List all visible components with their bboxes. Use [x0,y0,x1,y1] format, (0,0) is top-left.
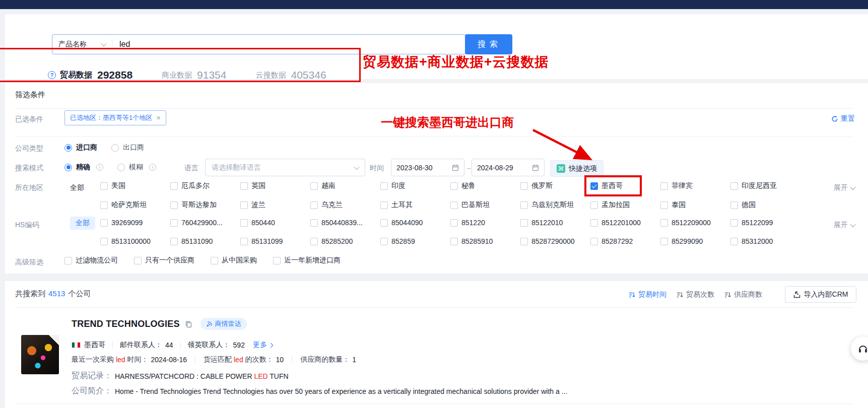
advanced-checkbox-item[interactable]: 从中国采购 [211,256,257,265]
region-checkbox-item[interactable]: 印度 [380,181,450,190]
region-checkbox-item[interactable]: 泰国 [660,200,730,210]
company-name[interactable]: TREND TECHNOLOGIES [72,319,180,329]
checkbox[interactable] [310,182,318,190]
import-crm-button[interactable]: 导入内部CRM [785,286,856,303]
hscode-checkbox-item[interactable]: 850440 [240,219,310,227]
hscode-checkbox-item[interactable]: 85312000 [730,237,800,245]
region-checkbox-item[interactable]: 印度尼西亚 [730,181,800,190]
checkbox[interactable] [660,219,668,227]
checkbox[interactable] [520,182,528,190]
checkbox[interactable] [660,238,668,245]
region-checkbox-item[interactable]: 菲律宾 [660,181,730,190]
hscode-checkbox-item[interactable]: 760429900... [170,219,240,227]
advanced-checkbox-item[interactable]: 只有一个供应商 [134,256,194,265]
checkbox[interactable] [100,201,108,209]
checkbox[interactable] [730,238,738,245]
region-checkbox-item[interactable]: 英国 [240,181,310,190]
checkbox[interactable] [590,219,598,227]
region-all-link[interactable]: 全部 [70,183,84,192]
checkbox[interactable] [380,219,388,227]
search-button[interactable]: 搜索 [465,34,512,54]
region-checkbox-item[interactable]: 乌克兰 [310,200,380,210]
quick-options-button[interactable]: 快捷选项 [550,160,604,177]
hscode-checkbox-item[interactable]: 852859 [380,237,450,245]
checkbox[interactable] [450,238,458,245]
advanced-checkbox-item[interactable]: 近一年新增进口商 [273,256,341,265]
hscode-checkbox-item[interactable]: 850440839... [310,219,380,227]
radio-control[interactable] [117,164,125,171]
radio-option[interactable]: 模糊 [117,163,156,172]
radio-option[interactable]: 进口商 [64,143,97,152]
checkbox[interactable] [730,182,738,190]
info-icon[interactable] [96,164,103,171]
advanced-checkbox-item[interactable]: 过滤物流公司 [64,256,118,265]
checkbox[interactable] [273,257,281,264]
hscode-checkbox-item[interactable]: 8512201000 [590,219,660,227]
hscode-checkbox-item[interactable]: 85299090 [660,237,730,245]
checkbox[interactable] [520,201,528,209]
region-checkbox-item[interactable]: 哈萨克斯坦 [100,200,170,210]
company-thumbnail[interactable] [21,335,59,374]
sort-option[interactable]: 贸易次数 [677,290,714,299]
checkbox[interactable] [450,182,458,190]
checkbox[interactable] [590,182,598,190]
region-checkbox-item[interactable]: 土耳其 [380,200,450,210]
checkbox[interactable] [590,201,598,209]
radio-control[interactable] [64,164,72,171]
region-checkbox-item[interactable]: 巴基斯坦 [450,200,520,210]
hscode-checkbox-item[interactable]: 85122099 [730,219,800,227]
checkbox[interactable] [170,219,178,227]
hscode-checkbox-item[interactable]: 85131090 [170,237,240,245]
checkbox[interactable] [310,201,318,209]
language-select[interactable]: 请选择翻译语言 [205,159,365,176]
region-checkbox-item[interactable]: 德国 [730,200,800,210]
checkbox[interactable] [380,238,388,245]
checkbox[interactable] [240,182,248,190]
date-to-input[interactable]: 2024-08-29 [472,159,545,176]
hscode-checkbox-item[interactable]: 851220 [450,219,520,227]
sort-option[interactable]: 贸易时间 [629,290,666,299]
radio-option[interactable]: 精确 [64,163,103,172]
checkbox[interactable] [240,238,248,245]
checkbox[interactable] [450,219,458,227]
hscode-expand-toggle[interactable]: 展开 [834,221,855,230]
region-checkbox-item[interactable]: 美国 [100,181,170,190]
hscode-all-chip[interactable]: 全部 [70,217,95,230]
region-checkbox-item[interactable]: 越南 [310,181,380,190]
hscode-checkbox-item[interactable]: 8513100000 [100,237,170,245]
region-checkbox-item[interactable]: 波兰 [240,200,310,210]
radio-control[interactable] [64,144,72,152]
region-checkbox-item[interactable]: 厄瓜多尔 [170,181,240,190]
copy-icon[interactable] [185,320,192,328]
checkbox[interactable] [100,182,108,190]
hscode-checkbox-item[interactable]: 85131099 [240,237,310,245]
checkbox[interactable] [64,257,72,264]
checkbox[interactable] [310,238,318,245]
checkbox[interactable] [660,182,668,190]
hscode-checkbox-item[interactable]: 85287292 [590,237,660,245]
close-icon[interactable] [156,114,161,122]
checkbox[interactable] [660,201,668,209]
radio-option[interactable]: 出口商 [111,143,144,152]
checkbox[interactable] [211,257,218,264]
checkbox[interactable] [380,182,388,190]
reset-button[interactable]: 重置 [831,114,855,123]
checkbox[interactable] [100,238,108,245]
checkbox[interactable] [730,219,738,227]
hscode-checkbox-item[interactable]: 39269099 [100,219,170,227]
hscode-checkbox-item[interactable]: 85285200 [310,237,380,245]
more-link[interactable]: 更多 [253,341,273,350]
region-checkbox-item[interactable]: 墨西哥 [590,181,660,190]
checkbox[interactable] [310,219,318,227]
region-checkbox-item[interactable]: 孟加拉国 [590,200,660,210]
checkbox[interactable] [380,201,388,209]
checkbox[interactable] [240,219,248,227]
checkbox[interactable] [100,219,108,227]
checkbox[interactable] [170,238,178,245]
region-checkbox-item[interactable]: 俄罗斯 [520,181,590,190]
checkbox[interactable] [520,219,528,227]
region-checkbox-item[interactable]: 秘鲁 [450,181,520,190]
hscode-checkbox-item[interactable]: 85122010 [520,219,590,227]
checkbox[interactable] [170,201,178,209]
checkbox[interactable] [590,238,598,245]
